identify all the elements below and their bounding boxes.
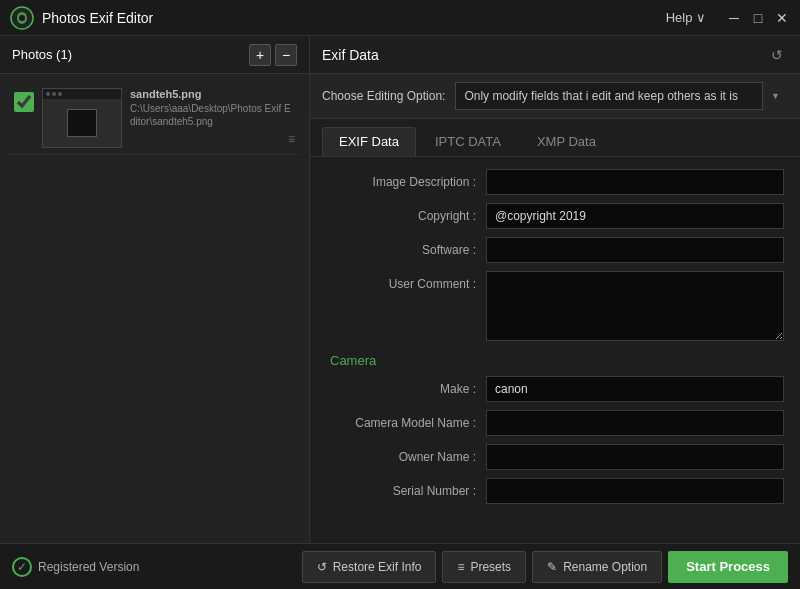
tabs-bar: EXIF Data IPTC DATA XMP Data <box>310 119 800 157</box>
user-comment-row: User Comment : <box>326 271 784 341</box>
serial-number-input[interactable] <box>486 478 784 504</box>
photo-item[interactable]: sandteh5.png C:\Users\aaa\Desktop\Photos… <box>8 82 301 155</box>
editing-option-label: Choose Editing Option: <box>322 89 445 103</box>
image-description-label: Image Description : <box>326 175 486 189</box>
svg-point-1 <box>19 15 25 21</box>
registered-badge: ✓ Registered Version <box>12 557 139 577</box>
camera-model-input[interactable] <box>486 410 784 436</box>
owner-name-label: Owner Name : <box>326 450 486 464</box>
form-content: Image Description : Copyright : Software… <box>310 157 800 543</box>
rename-icon: ✎ <box>547 560 557 574</box>
camera-model-row: Camera Model Name : <box>326 410 784 436</box>
image-description-row: Image Description : <box>326 169 784 195</box>
refresh-button[interactable]: ↺ <box>766 44 788 66</box>
restore-label: Restore Exif Info <box>333 560 422 574</box>
app-title: Photos Exif Editor <box>42 10 666 26</box>
copyright-label: Copyright : <box>326 209 486 223</box>
title-bar-controls: Help ∨ ─ □ ✕ <box>666 10 790 26</box>
make-row: Make : <box>326 376 784 402</box>
left-panel-header: Photos (1) + − <box>0 36 309 74</box>
software-label: Software : <box>326 243 486 257</box>
presets-button[interactable]: ≡ Presets <box>442 551 526 583</box>
software-row: Software : <box>326 237 784 263</box>
camera-section-header: Camera <box>326 353 784 368</box>
editing-option-bar: Choose Editing Option: Only modify field… <box>310 74 800 119</box>
help-menu[interactable]: Help ∨ <box>666 10 706 25</box>
minimize-button[interactable]: ─ <box>726 10 742 26</box>
tab-exif-data[interactable]: EXIF Data <box>322 127 416 156</box>
start-process-label: Start Process <box>686 559 770 574</box>
make-label: Make : <box>326 382 486 396</box>
make-input[interactable] <box>486 376 784 402</box>
photo-checkbox[interactable] <box>14 92 34 112</box>
photo-info: sandteh5.png C:\Users\aaa\Desktop\Photos… <box>130 88 295 128</box>
tab-iptc-data[interactable]: IPTC DATA <box>418 127 518 156</box>
add-photo-button[interactable]: + <box>249 44 271 66</box>
restore-icon: ↺ <box>317 560 327 574</box>
image-description-input[interactable] <box>486 169 784 195</box>
serial-number-label: Serial Number : <box>326 484 486 498</box>
title-bar: Photos Exif Editor Help ∨ ─ □ ✕ <box>0 0 800 36</box>
copyright-input[interactable] <box>486 203 784 229</box>
photos-count: Photos (1) <box>12 47 245 62</box>
maximize-button[interactable]: □ <box>750 10 766 26</box>
tab-xmp-data[interactable]: XMP Data <box>520 127 613 156</box>
copyright-row: Copyright : <box>326 203 784 229</box>
photo-name: sandteh5.png <box>130 88 295 100</box>
registered-label: Registered Version <box>38 560 139 574</box>
bottom-bar: ✓ Registered Version ↺ Restore Exif Info… <box>0 543 800 589</box>
user-comment-textarea[interactable] <box>486 271 784 341</box>
right-panel: Exif Data ↺ Choose Editing Option: Only … <box>310 36 800 543</box>
serial-number-row: Serial Number : <box>326 478 784 504</box>
right-panel-header: Exif Data ↺ <box>310 36 800 74</box>
presets-icon: ≡ <box>457 560 464 574</box>
owner-name-input[interactable] <box>486 444 784 470</box>
editing-option-select[interactable]: Only modify fields that i edit and keep … <box>455 82 763 110</box>
rename-label: Rename Option <box>563 560 647 574</box>
software-input[interactable] <box>486 237 784 263</box>
registered-icon: ✓ <box>12 557 32 577</box>
restore-exif-button[interactable]: ↺ Restore Exif Info <box>302 551 437 583</box>
main-layout: Photos (1) + − <box>0 36 800 543</box>
presets-label: Presets <box>470 560 511 574</box>
photo-thumbnail <box>42 88 122 148</box>
user-comment-label: User Comment : <box>326 271 486 291</box>
owner-name-row: Owner Name : <box>326 444 784 470</box>
app-logo <box>10 6 34 30</box>
left-panel: Photos (1) + − <box>0 36 310 543</box>
bottom-bar-actions: ↺ Restore Exif Info ≡ Presets ✎ Rename O… <box>302 551 788 583</box>
camera-model-label: Camera Model Name : <box>326 416 486 430</box>
rename-option-button[interactable]: ✎ Rename Option <box>532 551 662 583</box>
exif-data-title: Exif Data <box>322 47 766 63</box>
remove-photo-button[interactable]: − <box>275 44 297 66</box>
editing-option-wrapper: Only modify fields that i edit and keep … <box>455 82 788 110</box>
photo-menu-icon[interactable]: ≡ <box>288 132 295 146</box>
photo-list: sandteh5.png C:\Users\aaa\Desktop\Photos… <box>0 74 309 543</box>
close-button[interactable]: ✕ <box>774 10 790 26</box>
start-process-button[interactable]: Start Process <box>668 551 788 583</box>
photo-path: C:\Users\aaa\Desktop\Photos Exif Editor\… <box>130 102 295 128</box>
